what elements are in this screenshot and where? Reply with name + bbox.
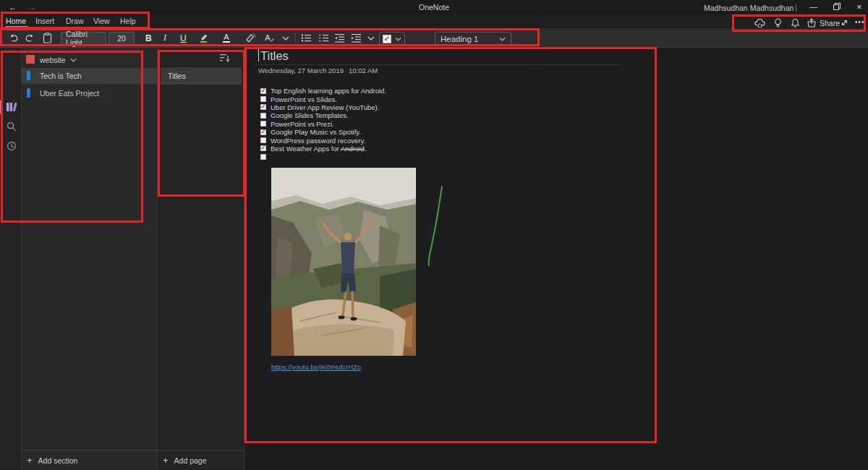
pages-panel: Titles + Add page <box>158 48 244 470</box>
svg-text:A: A <box>265 33 271 42</box>
tab-insert[interactable]: Insert <box>35 17 54 25</box>
todo-checkbox-icon[interactable]: ✓ <box>260 145 266 151</box>
tab-home[interactable]: Home <box>6 17 26 25</box>
section-color-tab <box>27 88 30 98</box>
more-fonts-chevron-icon[interactable] <box>282 32 289 44</box>
todo-item[interactable]: WordPress password recovery. <box>260 136 386 144</box>
notebooks-icon[interactable] <box>6 101 18 116</box>
page-title[interactable]: Titles <box>260 49 289 63</box>
font-color-icon[interactable]: A <box>221 32 231 44</box>
account-user-name[interactable]: Madhsudhan Madhsudhan <box>704 4 793 12</box>
todo-checkbox-icon[interactable]: ✓ <box>260 104 266 110</box>
page-date: Wednesday, 27 March 2019 <box>258 67 344 74</box>
italic-button[interactable]: I <box>163 32 166 44</box>
tips-button[interactable] <box>774 18 782 28</box>
todo-text: Best Weather Apps for Android. <box>271 145 366 153</box>
minimize-button[interactable]: — <box>809 2 817 11</box>
tab-draw[interactable]: Draw <box>66 17 84 25</box>
toolbar-separator <box>295 32 296 43</box>
todo-text: Google Slides Templates. <box>271 111 349 119</box>
highlight-icon[interactable] <box>198 32 209 44</box>
format-painter-icon[interactable] <box>244 32 256 44</box>
todo-item[interactable] <box>260 153 386 161</box>
paste-clipboard-icon[interactable] <box>43 32 52 44</box>
svg-text:A: A <box>224 33 229 41</box>
ribbon-tab-row: Home Insert Draw View Help <box>0 14 868 28</box>
sync-cloud-icon <box>754 18 766 27</box>
plus-icon: + <box>27 455 33 466</box>
clear-formatting-icon[interactable]: A <box>263 32 275 44</box>
todo-checkbox-icon[interactable] <box>260 113 266 119</box>
notebook-dropdown[interactable]: website <box>22 52 158 68</box>
todo-item[interactable]: ✓Best Weather Apps for Android. <box>260 145 386 153</box>
decrease-indent-icon[interactable] <box>334 32 345 44</box>
redo-icon[interactable] <box>25 32 35 44</box>
todo-checkbox-icon[interactable]: ✓ <box>260 88 266 94</box>
todo-item[interactable]: ✓Top English learning apps for Android. <box>260 87 386 95</box>
notebook-chevron-icon <box>70 58 77 62</box>
add-section-button[interactable]: + Add section <box>22 450 157 470</box>
todo-checkbox-icon[interactable]: ✓ <box>260 129 266 135</box>
bulleted-list-icon[interactable] <box>301 32 312 44</box>
style-chevron-icon <box>499 37 506 41</box>
numbered-list-icon[interactable] <box>318 32 329 44</box>
todo-text: Uber Driver App Review (YouTube). <box>271 103 379 111</box>
todo-text: PowerPoint vs Slides. <box>271 95 337 103</box>
todo-tag-checkbox-icon: ✓ <box>383 35 391 43</box>
more-options-button[interactable]: ••• <box>855 18 865 26</box>
underline-button[interactable]: U <box>180 32 187 44</box>
fullscreen-button[interactable] <box>840 18 849 27</box>
share-button[interactable]: Share <box>807 18 840 27</box>
add-section-label: Add section <box>38 456 78 465</box>
onenote-window: ← → OneNote Madhsudhan Madhsudhan | — × … <box>0 0 868 470</box>
back-icon[interactable]: ← <box>9 2 17 12</box>
todo-text: Google Play Music vs Spotify. <box>271 128 361 136</box>
todo-checkbox-icon[interactable] <box>260 154 266 160</box>
section-item-tech-is-tech[interactable]: Tech is Tech <box>22 68 158 84</box>
increase-indent-icon[interactable] <box>351 32 362 44</box>
sort-pages-icon[interactable] <box>219 53 230 66</box>
todo-item[interactable]: PowerPoint vs Slides. <box>260 95 386 103</box>
todo-checkbox-icon[interactable] <box>260 121 266 127</box>
text-caret <box>258 49 259 61</box>
sync-status-button[interactable] <box>754 18 766 27</box>
titlebar-separator: | <box>795 3 797 12</box>
todo-item[interactable]: ✓Google Play Music vs Spotify. <box>260 128 386 136</box>
todo-tag-chevron-icon <box>395 37 401 41</box>
restore-icon <box>833 3 841 10</box>
page-time: 10:02 AM <box>349 67 378 74</box>
tab-help[interactable]: Help <box>120 17 136 25</box>
section-label: Tech is Tech <box>40 72 82 80</box>
photo-man-on-boulder[interactable] <box>271 168 416 356</box>
todo-text: WordPress password recovery. <box>271 137 365 145</box>
page-canvas[interactable]: Titles Wednesday, 27 March 2019 10:02 AM… <box>244 48 868 470</box>
todo-item[interactable]: Google Slides Templates. <box>260 111 386 119</box>
page-label: Titles <box>168 72 186 80</box>
close-button[interactable]: × <box>856 1 862 12</box>
section-color-tab <box>27 71 30 80</box>
style-selected-label: Heading 1 <box>441 35 478 43</box>
style-dropdown[interactable]: Heading 1 <box>435 32 511 46</box>
todo-item[interactable]: PowerPoint vs Prezi. <box>260 120 386 128</box>
restore-button[interactable] <box>833 3 841 12</box>
todo-checkbox-icon[interactable] <box>260 96 266 102</box>
more-lists-chevron-icon[interactable] <box>367 32 375 44</box>
todo-item[interactable]: ✓Uber Driver App Review (YouTube). <box>260 103 386 111</box>
search-icon[interactable] <box>7 121 17 134</box>
todo-checkbox-icon[interactable] <box>260 137 266 143</box>
forward-icon[interactable]: → <box>27 2 36 12</box>
undo-icon[interactable] <box>9 32 19 44</box>
recent-notes-clock-icon[interactable] <box>7 141 17 154</box>
todo-tag-dropdown[interactable]: ✓ <box>379 32 405 46</box>
font-name-select[interactable]: Calibri Light <box>61 32 106 45</box>
tab-view[interactable]: View <box>93 17 110 25</box>
ink-stroke-green[interactable] <box>420 181 448 271</box>
youtube-link[interactable]: https://youtu.be/jK0IHubzHZo <box>271 363 361 371</box>
title-divider <box>255 64 621 65</box>
font-size-select[interactable]: 20 <box>109 32 135 45</box>
page-item-titles[interactable]: Titles <box>161 67 242 85</box>
section-item-uber-eats-project[interactable]: Uber Eats Project <box>22 85 158 101</box>
bold-button[interactable]: B <box>145 32 152 44</box>
add-page-button[interactable]: + Add page <box>158 450 244 470</box>
notifications-button[interactable] <box>791 18 800 28</box>
